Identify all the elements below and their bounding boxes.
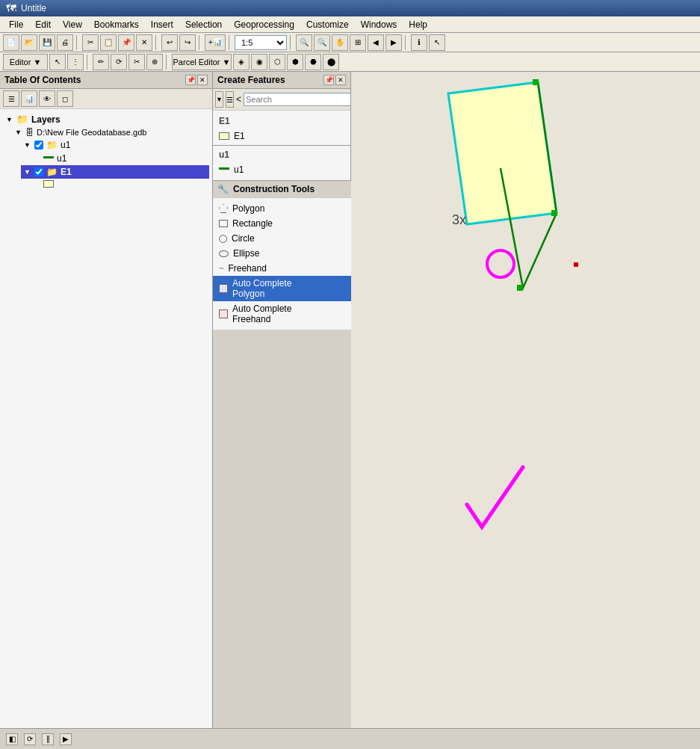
status-btn3[interactable]: ‖: [42, 733, 54, 745]
feature-e1-polygon[interactable]: E1: [213, 129, 350, 144]
select-btn[interactable]: ↖: [429, 34, 445, 51]
tool-autocomplete-freehand[interactable]: Auto CompleteFreehand: [213, 301, 351, 327]
search-prefix: <: [236, 94, 241, 105]
toc-gdb-label: D:\New File Geodatabase.gdb: [37, 128, 146, 137]
features-search-input[interactable]: [244, 93, 351, 106]
sep1: [76, 35, 79, 50]
status-btn2[interactable]: ⟳: [24, 733, 36, 745]
pe-tool2[interactable]: ◉: [251, 54, 267, 70]
e1-polygon-label: E1: [234, 131, 245, 141]
editor-btn[interactable]: Editor ▼: [3, 54, 48, 70]
parcel-editor-btn[interactable]: Parcel Editor ▼: [172, 54, 232, 70]
expand-icon[interactable]: ▼: [6, 116, 13, 123]
sketch-tool-btn[interactable]: ✏: [93, 54, 109, 70]
back-btn[interactable]: ◀: [368, 34, 384, 51]
menu-windows[interactable]: Windows: [355, 18, 403, 31]
split-btn[interactable]: ✂: [128, 54, 145, 70]
menu-insert[interactable]: Insert: [145, 18, 179, 31]
tool-ellipse[interactable]: Ellipse: [213, 246, 351, 261]
toc-list-btn[interactable]: ☰: [3, 90, 19, 107]
tool-circle[interactable]: Circle: [213, 231, 351, 246]
zoom-level-select[interactable]: 1:5 1:10 1:50: [235, 35, 287, 50]
menu-edit[interactable]: Edit: [29, 18, 57, 31]
pan-btn[interactable]: ✋: [332, 34, 348, 51]
e1-header-label: E1: [219, 116, 230, 126]
menu-selection[interactable]: Selection: [179, 18, 228, 31]
tool-autocomplete-label: Auto CompletePolygon: [232, 278, 291, 299]
cut-btn[interactable]: ✂: [82, 34, 99, 51]
toc-select-btn[interactable]: ◻: [57, 90, 73, 107]
toc-u1-checkbox[interactable]: [34, 141, 43, 150]
menu-customize[interactable]: Customize: [300, 18, 355, 31]
construction-header: 🔧 Construction Tools: [213, 181, 351, 198]
feature-u1-line[interactable]: u1: [213, 162, 350, 177]
merge-btn[interactable]: ⊕: [146, 54, 163, 70]
menu-geoprocessing[interactable]: Geoprocessing: [228, 18, 300, 31]
pe-tool6[interactable]: ⬤: [323, 54, 339, 70]
undo-btn[interactable]: ↩: [161, 34, 178, 51]
map-area[interactable]: 3x Snap To Feature ▶ Direction... Ctrl+A…: [351, 72, 700, 728]
add-data-btn[interactable]: +📊: [205, 34, 226, 51]
paste-btn[interactable]: 📌: [118, 34, 134, 51]
toc-u1-line[interactable]: u1: [30, 152, 209, 165]
toc-pin-btn[interactable]: 📌: [185, 75, 196, 85]
status-btn4[interactable]: ▶: [60, 733, 72, 745]
expand-e1-icon[interactable]: ▼: [24, 168, 31, 176]
app-title: Untitle: [21, 3, 46, 13]
sep8: [166, 55, 169, 70]
toc-gdb[interactable]: ▼ 🗄 D:\New File Geodatabase.gdb: [12, 126, 209, 138]
open-btn[interactable]: 📂: [21, 34, 37, 51]
identify-btn[interactable]: ℹ: [411, 34, 427, 51]
menu-file[interactable]: File: [3, 18, 29, 31]
db-icon: 🗄: [25, 128, 34, 137]
map-canvas: 3x: [351, 72, 700, 728]
toc-content: ▼ 📁 Layers ▼ 🗄 D:\New File Geodatabase.g…: [0, 109, 212, 728]
features-panel: Create Features 📌 ✕ ▼ ☰ < 🔍 E1 E1: [213, 72, 351, 180]
pe-tool4[interactable]: ⬢: [287, 54, 303, 70]
zoom-out-btn[interactable]: 🔍: [314, 34, 330, 51]
tool-polygon[interactable]: Polygon: [213, 201, 351, 216]
edit-vertices-btn[interactable]: ⋮: [67, 54, 84, 70]
copy-btn[interactable]: 📋: [100, 34, 117, 51]
pe-tool3[interactable]: ⬡: [269, 54, 285, 70]
reshape-btn[interactable]: ⟳: [111, 54, 127, 70]
zoom-in-btn[interactable]: 🔍: [296, 34, 312, 51]
new-btn[interactable]: 📄: [3, 34, 19, 51]
features-close-btn[interactable]: ✕: [335, 75, 346, 85]
tool-autocomplete[interactable]: Auto CompletePolygon: [213, 276, 351, 301]
expand-gdb-icon[interactable]: ▼: [15, 129, 22, 136]
toc-layers-root[interactable]: ▼ 📁 Layers: [3, 112, 209, 126]
features-organize-btn[interactable]: ☰: [226, 91, 234, 108]
edit-tool-btn[interactable]: ↖: [49, 54, 66, 70]
features-title: Create Features: [217, 75, 285, 85]
toc-close-btn[interactable]: ✕: [197, 75, 208, 85]
pe-tool5[interactable]: ⬣: [305, 54, 321, 70]
menu-help[interactable]: Help: [403, 18, 433, 31]
toc-e1-checkbox[interactable]: [34, 167, 43, 176]
status-btn1[interactable]: ◧: [6, 733, 18, 745]
print-btn[interactable]: 🖨: [57, 34, 73, 51]
tool-freehand[interactable]: ~ Freehand: [213, 261, 351, 276]
forward-btn[interactable]: ▶: [385, 34, 402, 51]
u1-header-label: u1: [219, 150, 229, 160]
toc-u1-group[interactable]: ▼ 📁 u1: [21, 138, 209, 152]
pe-tool1[interactable]: ◈: [233, 54, 250, 70]
toc-e1-symbol[interactable]: [30, 179, 209, 189]
app-icon: 🗺: [6, 2, 16, 14]
redo-btn[interactable]: ↪: [179, 34, 196, 51]
save-btn[interactable]: 💾: [39, 34, 55, 51]
toc-visibility-btn[interactable]: 👁: [39, 90, 55, 107]
full-extent-btn[interactable]: ⊞: [350, 34, 366, 51]
toc-e1-group[interactable]: ▼ 📁 E1: [21, 165, 209, 179]
menu-bookmarks[interactable]: Bookmarks: [88, 18, 145, 31]
menu-view[interactable]: View: [57, 18, 88, 31]
features-list: E1 E1 u1 u1: [213, 111, 350, 180]
expand-u1-icon[interactable]: ▼: [24, 141, 31, 149]
delete-btn[interactable]: ✕: [136, 34, 152, 51]
features-options-btn[interactable]: ▼: [215, 91, 223, 108]
toc-source-btn[interactable]: 📊: [21, 90, 37, 107]
features-pin-btn[interactable]: 📌: [323, 75, 334, 85]
tool-rectangle[interactable]: Rectangle: [213, 216, 351, 231]
sep2: [155, 35, 158, 50]
circle-tool-icon: [219, 235, 227, 243]
